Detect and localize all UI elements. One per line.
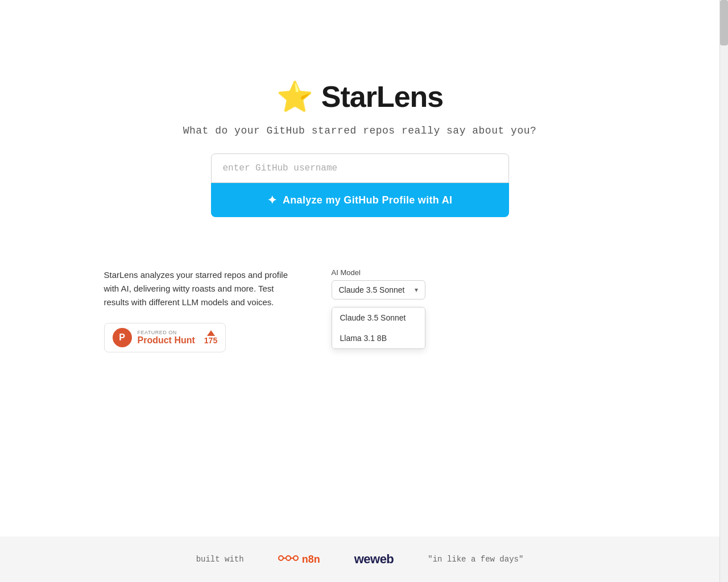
github-username-input[interactable]	[211, 153, 509, 183]
ai-model-select[interactable]: Claude 3.5 Sonnet ▾	[332, 280, 425, 300]
n8n-label: n8n	[302, 554, 320, 566]
ai-model-selected-value: Claude 3.5 Sonnet	[339, 285, 405, 294]
ph-upvote-triangle-icon	[207, 330, 215, 336]
ph-text-area: FEATURED ON Product Hunt	[138, 330, 195, 346]
svg-point-1	[286, 556, 291, 560]
ai-model-option-llama[interactable]: Llama 3.1 8B	[332, 328, 425, 348]
main-container: ⭐ StarLens What do your GitHub starred r…	[0, 0, 719, 477]
ai-model-dropdown-menu: Claude 3.5 Sonnet Llama 3.1 8B	[332, 307, 425, 349]
analyze-button-label: Analyze my GitHub Profile with AI	[283, 194, 452, 206]
scrollbar-thumb[interactable]	[720, 0, 728, 45]
ai-model-label: AI Model	[332, 268, 445, 277]
tagline: What do your GitHub starred repos really…	[183, 125, 537, 136]
svg-point-0	[279, 556, 283, 560]
weweb-label: weweb	[354, 552, 394, 566]
ph-name: Product Hunt	[138, 335, 195, 346]
ph-logo-icon: P	[113, 328, 132, 347]
product-hunt-badge[interactable]: P FEATURED ON Product Hunt 175	[104, 323, 226, 352]
sparkle-icon: ✦	[267, 193, 277, 207]
ph-upvote-area: 175	[204, 330, 217, 345]
ph-featured-label: FEATURED ON	[138, 330, 195, 335]
search-container: ✦ Analyze my GitHub Profile with AI	[211, 153, 509, 217]
ph-upvote-count: 175	[204, 336, 217, 345]
footer-n8n-logo: n8n	[278, 552, 320, 567]
app-title: StarLens	[321, 80, 444, 114]
analyze-button[interactable]: ✦ Analyze my GitHub Profile with AI	[211, 183, 509, 217]
lower-section: StarLens analyzes your starred repos and…	[104, 268, 616, 352]
footer-quote: "in like a few days"	[428, 555, 523, 564]
n8n-icon	[278, 552, 299, 567]
svg-point-2	[293, 556, 298, 560]
description-area: StarLens analyzes your starred repos and…	[104, 268, 297, 352]
logo-area: ⭐ StarLens	[276, 80, 444, 114]
ai-model-option-claude[interactable]: Claude 3.5 Sonnet	[332, 307, 425, 328]
footer-built-with-label: built with	[196, 555, 244, 564]
ai-model-area: AI Model Claude 3.5 Sonnet ▾ Claude 3.5 …	[332, 268, 445, 300]
scrollbar[interactable]	[719, 0, 728, 582]
description-text: StarLens analyzes your starred repos and…	[104, 268, 297, 309]
footer: built with n8n weweb "in like a few days…	[0, 537, 719, 582]
chevron-down-icon: ▾	[415, 286, 418, 294]
star-emoji-icon: ⭐	[276, 82, 313, 111]
footer-weweb-logo: weweb	[354, 552, 394, 567]
